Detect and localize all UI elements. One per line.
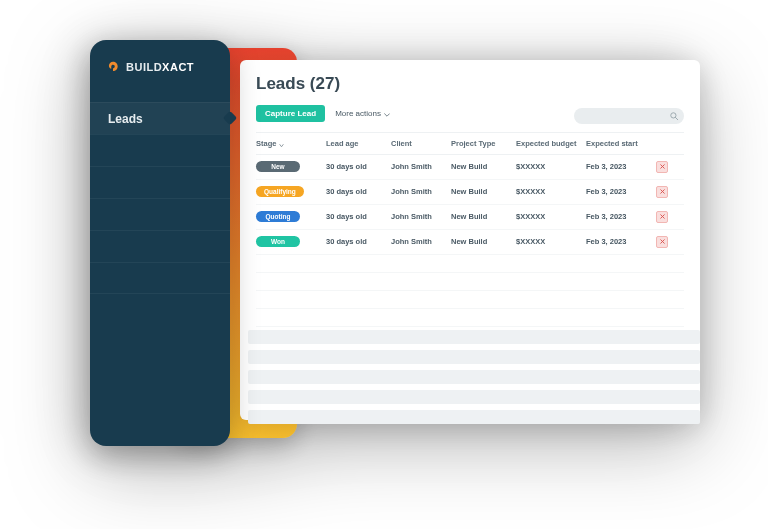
delete-row-button[interactable]: [656, 211, 668, 223]
cell-expected-start: Feb 3, 2023: [586, 212, 651, 221]
search-icon: [669, 107, 679, 117]
cell-lead-age: 30 days old: [326, 162, 391, 171]
toolbar: Capture Lead More actions: [256, 104, 684, 124]
col-header-client[interactable]: Client: [391, 139, 451, 148]
cell-client: John Smith: [391, 212, 451, 221]
stage-pill: Qualifying: [256, 186, 304, 197]
stage-pill: Won: [256, 236, 300, 247]
cell-lead-age: 30 days old: [326, 237, 391, 246]
capture-lead-button[interactable]: Capture Lead: [256, 105, 325, 122]
sidebar-item-slot-4[interactable]: [90, 230, 230, 262]
sidebar-item-slot-2[interactable]: [90, 166, 230, 198]
sidebar-item-leads[interactable]: Leads: [90, 102, 230, 134]
cell-client: John Smith: [391, 237, 451, 246]
table-header-row: Stage Lead age Client Project Type Expec…: [256, 132, 684, 155]
table-row[interactable]: Qualifying30 days oldJohn SmithNew Build…: [256, 180, 684, 205]
search-wrap: [574, 104, 684, 124]
svg-line-1: [675, 117, 677, 119]
table-row[interactable]: Quoting30 days oldJohn SmithNew Build$XX…: [256, 205, 684, 230]
brand-icon: [106, 60, 120, 74]
sidebar-item-label: Leads: [108, 112, 143, 126]
brand-text: BUILDXACT: [126, 61, 194, 73]
overflow-bands: [248, 330, 700, 430]
empty-row: [256, 273, 684, 291]
empty-row: [256, 291, 684, 309]
delete-row-button[interactable]: [656, 161, 668, 173]
brand-logo: BUILDXACT: [90, 60, 230, 92]
cell-project-type: New Build: [451, 162, 516, 171]
cell-client: John Smith: [391, 162, 451, 171]
stage-pill: Quoting: [256, 211, 300, 222]
cell-expected-budget: $XXXXX: [516, 212, 586, 221]
col-header-lead-age[interactable]: Lead age: [326, 139, 391, 148]
cell-expected-start: Feb 3, 2023: [586, 237, 651, 246]
table-row[interactable]: Won30 days oldJohn SmithNew Build$XXXXXF…: [256, 230, 684, 255]
cell-expected-budget: $XXXXX: [516, 187, 586, 196]
cell-lead-age: 30 days old: [326, 187, 391, 196]
sidebar-item-slot-3[interactable]: [90, 198, 230, 230]
cell-expected-budget: $XXXXX: [516, 162, 586, 171]
sidebar-item-slot-1[interactable]: [90, 134, 230, 166]
table-body: New30 days oldJohn SmithNew Build$XXXXXF…: [256, 155, 684, 327]
delete-row-button[interactable]: [656, 236, 668, 248]
page-title: Leads (27): [256, 74, 684, 94]
cell-expected-budget: $XXXXX: [516, 237, 586, 246]
sidebar-device: BUILDXACT Leads: [90, 40, 230, 446]
cell-expected-start: Feb 3, 2023: [586, 162, 651, 171]
cell-project-type: New Build: [451, 212, 516, 221]
empty-row: [256, 255, 684, 273]
sidebar-item-slot-5[interactable]: [90, 262, 230, 294]
more-actions-label: More actions: [335, 109, 381, 118]
col-header-expected-budget[interactable]: Expected budget: [516, 139, 586, 148]
stage-pill: New: [256, 161, 300, 172]
sidebar-menu: Leads: [90, 92, 230, 304]
col-header-stage[interactable]: Stage: [256, 139, 326, 148]
table-row[interactable]: New30 days oldJohn SmithNew Build$XXXXXF…: [256, 155, 684, 180]
cell-lead-age: 30 days old: [326, 212, 391, 221]
sort-down-icon: [279, 141, 284, 146]
cell-expected-start: Feb 3, 2023: [586, 187, 651, 196]
more-actions-dropdown[interactable]: More actions: [335, 109, 390, 118]
cell-client: John Smith: [391, 187, 451, 196]
leads-table: Stage Lead age Client Project Type Expec…: [256, 132, 684, 327]
search-input[interactable]: [574, 108, 684, 124]
cell-project-type: New Build: [451, 187, 516, 196]
delete-row-button[interactable]: [656, 186, 668, 198]
chevron-down-icon: [384, 111, 390, 117]
col-header-expected-start[interactable]: Expected start: [586, 139, 651, 148]
cell-project-type: New Build: [451, 237, 516, 246]
col-header-project-type[interactable]: Project Type: [451, 139, 516, 148]
empty-row: [256, 309, 684, 327]
